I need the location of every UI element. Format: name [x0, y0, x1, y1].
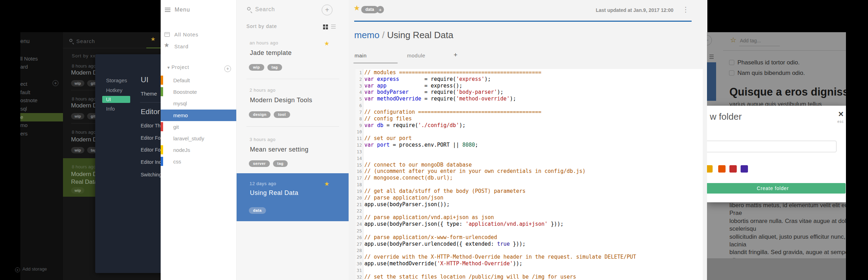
- sidebar-folder-Boostnote[interactable]: Boostnote: [173, 89, 197, 95]
- tag-badge[interactable]: tool: [274, 111, 290, 118]
- sidebar-folder-git[interactable]: git: [173, 124, 179, 130]
- dark-sidebar-item[interactable]: ect: [20, 81, 27, 87]
- sidebar-folder-Default[interactable]: Default: [173, 77, 190, 83]
- new-tab-button[interactable]: +: [454, 51, 457, 59]
- code-line: 21app.use(bodyParser.json());: [356, 201, 703, 208]
- line-number: 2: [356, 76, 362, 83]
- add-tag-button[interactable]: +: [377, 6, 384, 13]
- color-swatch[interactable]: [729, 165, 737, 173]
- star-icon[interactable]: ★: [324, 40, 329, 47]
- plus-circle-icon[interactable]: +: [52, 80, 58, 86]
- tag-badge[interactable]: wip: [249, 64, 264, 71]
- tag-badge[interactable]: design: [249, 111, 271, 118]
- search-input[interactable]: Search: [255, 6, 275, 13]
- code-text: var express = require('express');: [364, 76, 491, 83]
- settings-tab-selected[interactable]: UI: [102, 96, 130, 103]
- code-line: 32// set the static files location /publ…: [356, 274, 703, 280]
- dark-sidebar-item[interactable]: ard: [20, 64, 28, 70]
- code-line: 6: [356, 102, 703, 109]
- dark-sort-label[interactable]: Sort by xxx: [72, 53, 98, 58]
- dark-sidebar-item[interactable]: ers: [20, 131, 28, 136]
- add-folder-button[interactable]: +: [224, 65, 231, 72]
- code-line: 22: [356, 208, 703, 214]
- settings-option: Editor For: [141, 135, 162, 141]
- line-number: 11: [356, 135, 362, 142]
- tag-badge[interactable]: server: [249, 160, 270, 167]
- tag-badge[interactable]: wip: [71, 80, 84, 86]
- line-number: 14: [356, 155, 362, 162]
- dark-sidebar-item[interactable]: enu: [20, 38, 30, 44]
- tab-module[interactable]: module: [407, 52, 425, 58]
- code-editor[interactable]: 1// modules ============================…: [356, 69, 703, 280]
- folder-color-bar: [161, 157, 163, 166]
- note-tag-badge[interactable]: data: [361, 6, 378, 13]
- tag-badge[interactable]: wip: [71, 113, 84, 119]
- tag-badge[interactable]: tag: [273, 160, 288, 167]
- add-storage-button[interactable]: +Add storage: [15, 266, 47, 272]
- kebab-menu-icon[interactable]: ⋮: [682, 5, 689, 14]
- tag-badge[interactable]: wip: [71, 187, 84, 194]
- hamburger-icon[interactable]: [165, 8, 170, 8]
- dark-sidebar-item[interactable]: mo: [20, 122, 28, 128]
- sidebar-folder-nodeJs[interactable]: nodeJs: [173, 147, 190, 153]
- code-text: // (uncomment after you enter in your ow…: [364, 168, 586, 175]
- close-icon[interactable]: ✕: [838, 110, 844, 118]
- star-icon[interactable]: ★: [324, 180, 329, 188]
- sort-selector[interactable]: Sort by date: [246, 23, 277, 29]
- line-number: 20: [356, 195, 362, 202]
- chevron-down-icon[interactable]: ▼: [167, 65, 170, 70]
- line-number: 29: [356, 254, 362, 261]
- code-line: 20// parse application/json: [356, 195, 703, 201]
- add-storage-label: Add storage: [22, 266, 47, 272]
- tag-badge[interactable]: tag: [267, 64, 282, 71]
- code-line: 12var port = process.env.PORT || 8080;: [356, 142, 703, 148]
- code-line: 15// connect to our mongoDB database: [356, 162, 703, 168]
- dark-sidebar-selected-row[interactable]: [20, 113, 63, 121]
- dark-sidebar-item[interactable]: ostnote: [20, 97, 37, 103]
- sidebar-folder-laravel_study[interactable]: laravel_study: [173, 135, 204, 141]
- note-time: 8 hours ago: [72, 96, 96, 102]
- dark-sidebar-item[interactable]: e: [20, 114, 23, 120]
- dark-search-label[interactable]: Search: [76, 38, 95, 44]
- code-text: // parse application/vnd.api+json as jso…: [364, 214, 494, 221]
- grid-view-icon[interactable]: [323, 24, 325, 27]
- code-line: 11// set our port: [356, 135, 703, 142]
- breadcrumb-folder[interactable]: memo: [354, 30, 379, 40]
- list-view-icon[interactable]: [331, 24, 336, 25]
- sidebar-folder-mysql[interactable]: mysql: [173, 100, 187, 106]
- color-swatch[interactable]: [718, 165, 726, 173]
- tag-badge[interactable]: data: [249, 207, 266, 214]
- folder-name-input[interactable]: [707, 141, 836, 152]
- note-title: Mean server setting: [250, 146, 309, 153]
- create-folder-button[interactable]: Create folder: [707, 183, 846, 194]
- note-tags: wip: [71, 187, 84, 194]
- code-text: app.use(bodyParser.json());: [364, 201, 450, 208]
- new-note-button[interactable]: +: [322, 5, 332, 15]
- code-text: app.use(bodyParser.urlencoded({ extended…: [364, 241, 526, 247]
- sidebar-item-starred[interactable]: Stard: [174, 43, 189, 49]
- color-swatch[interactable]: [707, 165, 713, 173]
- star-icon[interactable]: ★: [150, 36, 155, 42]
- note-list-item-selected[interactable]: 12 days ago★Using Real Datadata: [237, 173, 349, 221]
- code-text: app.use(bodyParser.json({ type: 'applica…: [364, 221, 564, 227]
- dark-sidebar-item[interactable]: sql: [20, 106, 27, 112]
- settings-tab-hotkey[interactable]: Hotkey: [106, 87, 122, 93]
- star-icon[interactable]: ★: [354, 4, 360, 12]
- note-time: 3 hours ago: [250, 137, 275, 142]
- sidebar-item-all-notes[interactable]: All Notes: [174, 31, 198, 37]
- dark-sidebar-item[interactable]: fault: [20, 89, 30, 95]
- esc-hint-label: esc: [837, 120, 844, 124]
- project-label[interactable]: Project: [172, 64, 189, 70]
- sidebar-folder-css[interactable]: css: [173, 159, 181, 164]
- settings-tab-storages[interactable]: Storages: [106, 77, 127, 83]
- code-text: // set the static files location /public…: [364, 274, 576, 280]
- line-number: 8: [356, 115, 362, 122]
- note-list-panel: Search + Sort by date an hours ago★Jade …: [236, 0, 349, 280]
- tab-main[interactable]: main: [355, 52, 367, 58]
- dark-sidebar-item[interactable]: ll Notes: [20, 56, 38, 62]
- sidebar-folder-selected[interactable]: memo: [161, 110, 236, 121]
- color-swatch[interactable]: [741, 165, 748, 173]
- menu-label[interactable]: Menu: [175, 7, 190, 13]
- tag-badge[interactable]: wip: [71, 147, 84, 153]
- settings-tab-info[interactable]: Info: [106, 106, 115, 112]
